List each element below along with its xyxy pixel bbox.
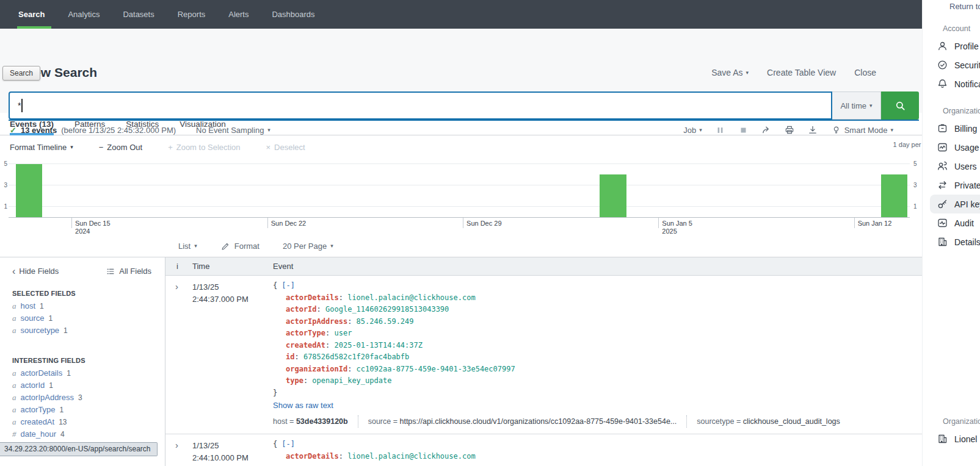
building-icon — [937, 434, 948, 444]
x-tick-mark — [463, 218, 463, 228]
top-nav: Search Analytics Datasets Reports Alerts… — [0, 0, 922, 29]
field-source[interactable]: a source 1 — [0, 313, 165, 325]
zoom-out-button[interactable]: −Zoom Out — [99, 143, 142, 152]
expand-event-icon[interactable]: › — [165, 280, 192, 432]
job-menu[interactable]: Job▾ — [683, 126, 702, 135]
x-tick-mark — [71, 218, 72, 228]
nav-item-dashboards[interactable]: Dashboards — [260, 0, 326, 29]
list-view-dropdown[interactable]: List▾ — [178, 242, 197, 251]
expand-event-icon[interactable]: › — [165, 439, 192, 464]
event-json: {[-] actorDetails: lionel.palacin@clickh… — [273, 439, 922, 462]
x-tick-label: Sun Dec 29 — [466, 220, 501, 228]
chevron-down-icon: ▾ — [330, 243, 333, 249]
field-date-hour[interactable]: # date_hour 4 — [0, 429, 165, 441]
show-raw-text-link[interactable]: Show as raw text — [273, 401, 333, 410]
format-timeline-dropdown[interactable]: Format Timeline▾ — [10, 143, 73, 152]
timeline-plot[interactable] — [9, 160, 910, 218]
panel-item-org-lionel[interactable]: Lionel — [923, 429, 980, 448]
field-actorId[interactable]: a actorId 1 — [0, 380, 165, 392]
users-icon — [937, 161, 948, 171]
y-axis-right: 135 — [912, 160, 921, 218]
nav-item-alerts[interactable]: Alerts — [217, 0, 260, 29]
x-axis: Sun Dec 152024Sun Dec 22Sun Dec 29Sun Ja… — [9, 218, 910, 235]
create-table-view-button[interactable]: Create Table View — [767, 68, 836, 77]
close-button[interactable]: Close — [854, 68, 876, 77]
per-page-dropdown[interactable]: 20 Per Page▾ — [283, 242, 333, 251]
shield-check-icon — [937, 60, 948, 70]
share-icon — [761, 125, 772, 135]
field-host[interactable]: a host 1 — [0, 301, 165, 313]
all-fields-button[interactable]: All Fields — [105, 266, 151, 276]
panel-item-profile[interactable]: Profile — [923, 37, 980, 56]
result-count: 13 events — [21, 126, 57, 135]
events-table: i Time Event › 1/13/25 2:44:37.000 PM {[… — [165, 257, 922, 466]
chevron-down-icon: ▾ — [869, 103, 873, 109]
pencil-icon — [220, 241, 231, 251]
stop-icon — [738, 125, 749, 135]
chevron-down-icon: ▾ — [890, 127, 893, 133]
format-results-button[interactable]: Format — [220, 241, 260, 251]
y-tick-label: 3 — [913, 182, 917, 189]
results-area: ‹ Hide Fields All Fields SELECTED FIELDS… — [0, 257, 922, 466]
panel-item-api-keys[interactable]: API keys — [930, 195, 980, 213]
panel-item-audit[interactable]: Audit — [923, 213, 980, 232]
histogram-bar[interactable] — [16, 164, 43, 217]
zoom-to-selection-button[interactable]: +Zoom to Selection — [168, 143, 240, 152]
event-sampling-dropdown[interactable]: No Event Sampling▾ — [196, 126, 270, 135]
field-createdAt[interactable]: a createdAt 13 — [0, 417, 165, 429]
nav-item-datasets[interactable]: Datasets — [111, 0, 165, 29]
result-qualifier: (before 1/13/25 2:45:32.000 PM) — [61, 126, 176, 135]
field-actorDetails[interactable]: a actorDetails 1 — [0, 368, 165, 380]
panel-item-users[interactable]: Users — [923, 157, 980, 176]
field-actorType[interactable]: a actorType 1 — [0, 404, 165, 417]
panel-item-details[interactable]: Details — [923, 232, 980, 251]
field-sourcetype[interactable]: a sourcetype 1 — [0, 325, 165, 337]
y-tick-label: 1 — [913, 203, 917, 210]
meta-source[interactable]: source = https://api.clickhouse.cloud/v1… — [358, 415, 687, 428]
hide-fields-button[interactable]: ‹ Hide Fields — [12, 266, 59, 276]
export-button[interactable] — [808, 125, 818, 135]
meta-host[interactable]: host = 53de4339120b — [273, 415, 358, 428]
panel-item-security[interactable]: Security — [923, 56, 980, 74]
collapse-json-toggle[interactable]: [-] — [281, 281, 295, 290]
search-button[interactable] — [881, 91, 919, 120]
audit-icon — [937, 218, 948, 228]
fields-sidebar: ‹ Hide Fields All Fields SELECTED FIELDS… — [0, 257, 165, 466]
time-range-picker[interactable]: All time▾ — [832, 91, 881, 120]
pause-button[interactable] — [715, 125, 725, 135]
building-icon — [937, 237, 948, 247]
panel-item-private[interactable]: Private — [923, 176, 980, 195]
return-to-link[interactable]: Return to — [949, 2, 980, 11]
panel-item-notifications[interactable]: Notifications — [923, 74, 980, 93]
panel-item-usage[interactable]: Usage — [923, 138, 980, 157]
share-button[interactable] — [761, 125, 772, 135]
histogram-bar[interactable] — [881, 174, 908, 217]
panel-item-billing[interactable]: Billing — [923, 119, 980, 138]
nav-item-search[interactable]: Search — [18, 0, 56, 29]
search-query-text: * — [18, 101, 21, 110]
x-tick-label: Sun Dec 22 — [271, 220, 306, 228]
gridline — [9, 185, 910, 185]
minus-icon: − — [99, 143, 104, 152]
x-tick-label: Sun Jan 12 — [858, 220, 892, 228]
collapse-json-toggle[interactable]: [-] — [281, 440, 295, 448]
gridline — [9, 163, 910, 164]
deselect-button[interactable]: ×Deselect — [266, 143, 305, 152]
event-time: 1/13/25 2:44:37.000 PM — [192, 280, 273, 432]
save-as-button[interactable]: Save As▾ — [711, 68, 749, 77]
column-header-event: Event — [273, 262, 922, 271]
timeline-chart: 135 135 Sun Dec 152024Sun Dec 22Sun Dec … — [0, 157, 922, 235]
field-actorIpAddress[interactable]: a actorIpAddress 3 — [0, 392, 165, 404]
interesting-fields-header: INTERESTING FIELDS — [0, 357, 165, 364]
browser-status-url: 34.29.223.20:8000/en-US/app/search/searc… — [0, 442, 158, 456]
print-button[interactable] — [785, 125, 795, 135]
nav-item-analytics[interactable]: Analytics — [56, 0, 111, 29]
search-input[interactable]: * — [9, 91, 832, 120]
stop-button[interactable] — [738, 125, 749, 135]
nav-item-reports[interactable]: Reports — [166, 0, 217, 29]
x-tick-mark — [658, 218, 659, 228]
search-mode-dropdown[interactable]: Smart Mode▾ — [831, 125, 893, 135]
selected-fields-header: SELECTED FIELDS — [0, 290, 165, 297]
meta-sourcetype[interactable]: sourcetype = clickhouse_cloud_audit_logs — [686, 415, 850, 428]
histogram-bar[interactable] — [600, 174, 626, 217]
